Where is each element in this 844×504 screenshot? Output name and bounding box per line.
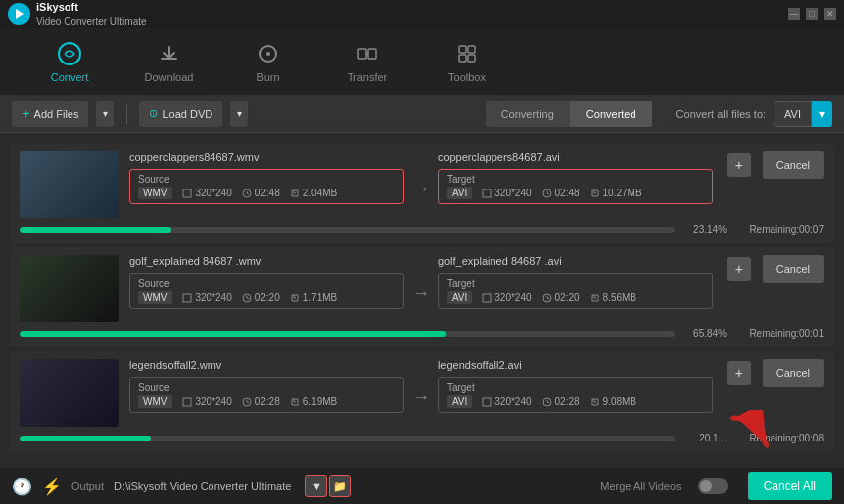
thumb-image-3 [20, 359, 119, 427]
minimize-button[interactable]: — [788, 8, 800, 20]
output-buttons: ▼ 📁 [305, 475, 351, 497]
separator [126, 104, 127, 124]
nav-toolbox[interactable]: Toolbox [437, 40, 496, 83]
cancel-button-1[interactable]: Cancel [763, 151, 824, 179]
file-details-2: golf_explained 84687 .wmv Source WMV 320… [129, 255, 713, 309]
merge-toggle[interactable] [698, 478, 728, 494]
svg-rect-6 [459, 46, 466, 53]
svg-rect-16 [483, 294, 491, 302]
load-dvd-button[interactable]: ⊙ Load DVD [139, 101, 222, 127]
app-branding: iSkysoft Video Converter Ultimate [8, 0, 147, 28]
target-filename-1: copperclappers84687.avi [438, 151, 713, 163]
thumb-image-2 [20, 255, 119, 322]
remaining-time-1: Remaining:00:07 [735, 224, 824, 235]
convert-arrow-3: → [412, 387, 430, 408]
source-duration-2: 02:20 [242, 292, 280, 303]
arrow-sep-3: → [412, 359, 430, 408]
transfer-icon [353, 40, 381, 67]
convert-icon [56, 40, 83, 67]
source-info-2: golf_explained 84687 .wmv Source WMV 320… [129, 255, 404, 309]
source-box-2: Source WMV 320*240 02:20 [129, 273, 404, 309]
source-info-1: copperclappers84687.wmv Source WMV 320*2… [129, 151, 404, 204]
nav-burn[interactable]: Burn [238, 40, 298, 83]
app-logo [8, 3, 30, 25]
progress-bar-fill-3 [20, 436, 151, 441]
source-filename-2: golf_explained 84687 .wmv [129, 255, 404, 267]
speed-icon[interactable]: ⚡ [42, 477, 62, 496]
nav-transfer[interactable]: Transfer [338, 40, 397, 83]
svg-point-3 [266, 52, 270, 56]
target-resolution-3: 320*240 [482, 396, 531, 407]
progress-bar-bg-2 [20, 331, 675, 337]
history-icon[interactable]: 🕐 [12, 477, 32, 496]
target-label-3: Target [447, 382, 704, 393]
target-size-3: 9.08MB [590, 396, 636, 407]
target-details-2: AVI 320*240 02:20 8.56MB [447, 291, 704, 304]
nav-convert[interactable]: Convert [40, 40, 99, 83]
source-format-2: WMV [138, 291, 172, 304]
cancel-all-button[interactable]: Cancel All [748, 472, 832, 500]
merge-label: Merge All Videos [600, 480, 681, 492]
convert-all-label: Convert all files to: [676, 108, 766, 120]
expand-button-3[interactable]: + [727, 361, 751, 385]
target-filename-2: golf_explained 84687 .avi [438, 255, 713, 267]
svg-rect-8 [459, 55, 466, 62]
svg-rect-18 [183, 398, 191, 406]
output-label: Output [71, 480, 104, 492]
source-size-1: 2.04MB [290, 188, 337, 198]
source-duration-1: 02:48 [242, 188, 280, 198]
output-dropdown-btn[interactable]: ▼ [305, 475, 327, 497]
target-resolution-2: 320*240 [482, 292, 531, 303]
thumbnail-3 [20, 359, 119, 427]
nav-items: Convert Download Burn Transfer Toolbox [40, 40, 496, 83]
target-box-1: Target AVI 320*240 02:48 [438, 169, 713, 204]
tab-converting[interactable]: Converting [486, 101, 570, 127]
source-details-3: WMV 320*240 02:28 6.19MB [138, 395, 395, 408]
nav-burn-label: Burn [256, 71, 279, 83]
close-button[interactable]: ✕ [824, 8, 836, 20]
row-actions-2: + Cancel [723, 255, 824, 283]
format-dropdown-btn[interactable]: ▾ [812, 101, 832, 127]
nav-download[interactable]: Download [139, 40, 199, 83]
target-info-2: golf_explained 84687 .avi Target AVI 320… [438, 255, 713, 309]
target-size-1: 10.27MB [590, 188, 642, 198]
file-row-2: golf_explained 84687 .wmv Source WMV 320… [10, 247, 834, 347]
add-files-label: Add Files [34, 108, 79, 120]
cancel-button-2[interactable]: Cancel [763, 255, 824, 283]
progress-bar-bg-1 [20, 227, 675, 233]
thumbnail-2 [20, 255, 119, 322]
tab-converted[interactable]: Converted [570, 101, 652, 127]
toggle-knob [700, 480, 712, 492]
remaining-time-2: Remaining:00:01 [735, 328, 824, 339]
progress-percent-3: 20.1... [683, 433, 727, 443]
expand-button-1[interactable]: + [727, 153, 751, 177]
thumbnail-1 [20, 151, 119, 218]
progress-row-3: 20.1... Remaining:00:08 [20, 433, 824, 443]
progress-bar-bg-3 [20, 436, 675, 441]
file-details-1: copperclappers84687.wmv Source WMV 320*2… [129, 151, 713, 204]
maximize-button[interactable]: □ [806, 8, 818, 20]
target-format-1: AVI [447, 187, 472, 199]
file-list: copperclappers84687.wmv Source WMV 320*2… [0, 133, 844, 468]
source-filename-1: copperclappers84687.wmv [129, 151, 404, 163]
load-dvd-dropdown[interactable]: ▾ [230, 101, 248, 127]
title-bar: iSkysoft Video Converter Ultimate — □ ✕ [0, 0, 844, 28]
thumb-image-1 [20, 151, 119, 218]
svg-rect-9 [468, 55, 475, 62]
svg-rect-4 [358, 49, 366, 59]
load-dvd-label: Load DVD [162, 108, 212, 120]
target-filename-3: legendsoffall2.avi [438, 359, 713, 371]
target-box-2: Target AVI 320*240 02:20 [438, 273, 713, 309]
open-folder-btn[interactable]: 📁 [329, 475, 351, 497]
source-label-3: Source [138, 382, 395, 393]
source-duration-3: 02:28 [242, 396, 280, 407]
expand-button-2[interactable]: + [727, 257, 751, 281]
plus-icon: + [22, 106, 30, 121]
cancel-button-3[interactable]: Cancel [763, 359, 824, 387]
add-files-dropdown[interactable]: ▾ [96, 101, 114, 127]
svg-rect-14 [183, 294, 191, 302]
convert-arrow-2: → [412, 283, 430, 304]
svg-marker-0 [16, 9, 24, 19]
add-files-button[interactable]: + Add Files [12, 101, 88, 127]
format-selector: AVI ▾ [774, 101, 832, 127]
